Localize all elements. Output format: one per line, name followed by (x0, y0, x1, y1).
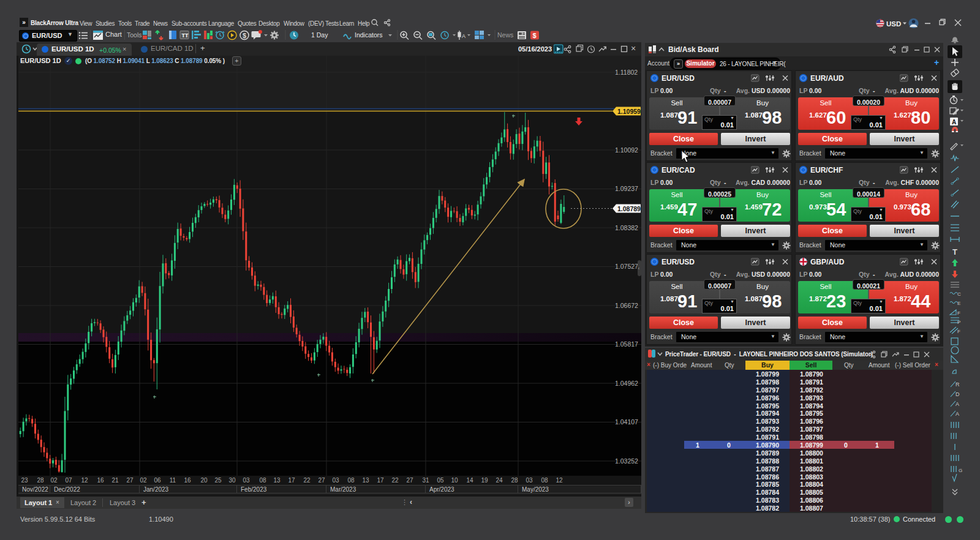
svg-text:1.05817: 1.05817 (615, 340, 638, 348)
svg-text:C: C (957, 291, 961, 297)
svg-text:1.07527: 1.07527 (615, 263, 638, 270)
svg-text:E: E (957, 301, 960, 306)
svg-text:1.06672: 1.06672 (615, 302, 638, 309)
svg-text:TT: TT (182, 32, 189, 39)
svg-text:1.10092: 1.10092 (615, 146, 638, 154)
svg-text:A: A (462, 33, 466, 39)
svg-text:F: F (957, 310, 960, 316)
svg-text:F: F (957, 329, 960, 334)
svg-text:1.10959: 1.10959 (617, 108, 641, 115)
svg-text:1.04107: 1.04107 (615, 418, 638, 426)
svg-text:A: A (952, 119, 956, 126)
svg-text:P: P (957, 320, 960, 325)
svg-text:1.11802: 1.11802 (615, 69, 638, 76)
svg-text:$: $ (243, 32, 246, 39)
svg-text:1.04962: 1.04962 (615, 380, 638, 387)
svg-text:1.08789: 1.08789 (617, 205, 641, 212)
svg-text:1.03252: 1.03252 (615, 457, 638, 465)
svg-text:‹: ‹ (638, 266, 640, 271)
svg-text:$: $ (533, 32, 537, 39)
svg-text:1.09237: 1.09237 (615, 185, 638, 192)
svg-text:T: T (952, 247, 957, 257)
svg-text:USD: USD (886, 20, 901, 28)
svg-text:1.08382: 1.08382 (615, 224, 638, 231)
svg-text:A: A (956, 411, 959, 417)
svg-text:R: R (956, 381, 960, 388)
svg-text:G: G (959, 468, 962, 473)
svg-text:D: D (956, 391, 960, 397)
svg-text:A: A (956, 401, 959, 407)
